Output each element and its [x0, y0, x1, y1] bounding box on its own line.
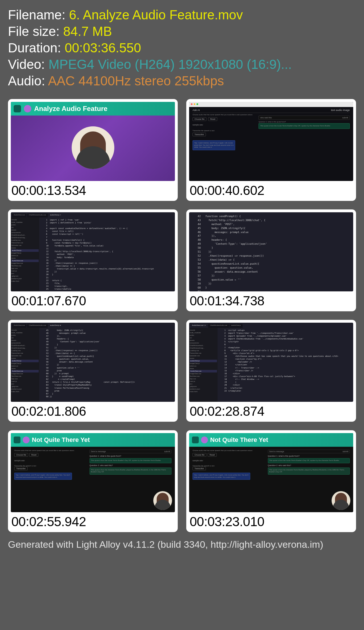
instruction-text: Choose audio that has some speech that y…: [193, 114, 255, 116]
duration-value: 00:03:36.550: [65, 40, 141, 55]
transcribe-button: Transcribe: [193, 133, 206, 136]
timestamp: 00:01:34.738: [189, 291, 353, 308]
thumbnail-card[interactable]: AudioView.vueChatWindowAudio.vueaudioCha…: [8, 320, 178, 422]
thumbnail-grid: Analyze Audio Feature 00:00:13.534 Ask A…: [0, 92, 364, 535]
file-tree: vscodenode_modulespublicsrc assets compo…: [11, 328, 39, 402]
code-editor: 1 import { ref } from 'vue' 2 import { d…: [39, 217, 175, 291]
slide-title: Analyze Audio Feature: [34, 105, 107, 113]
answer-box: This quote is from the movie 'Ferris Bue…: [258, 123, 350, 129]
video-label: Video:: [8, 57, 48, 72]
thumbnail-card[interactable]: AudioView.vue 1 ×ChatWindowAudio.vueaudi…: [186, 320, 356, 422]
transcribe-label: Transcribe the speech to text: [193, 130, 255, 131]
file-name: sample.wav: [193, 124, 255, 126]
audio-value: AAC 44100Hz stereo 255kbps: [48, 73, 224, 88]
thumbnail-image: Not Quite There Yet Choose audio that ha…: [189, 433, 353, 512]
choose-file-button: Choose file: [193, 117, 206, 121]
app-tabs: text audio image: [331, 109, 350, 112]
thumbnail-card[interactable]: Not Quite There Yet Choose audio that ha…: [8, 430, 178, 532]
presenter-pip: [153, 491, 172, 510]
thumbnail-image: AudioView.vueChatWindowAudio.vueaudioCha…: [11, 212, 175, 291]
filename-value: 6. Analyze Audio Feature.mov: [69, 7, 243, 22]
timestamp: 00:00:40.602: [189, 181, 353, 198]
filesize-value: 84.7 MB: [63, 24, 112, 39]
duration-label: Duration:: [8, 40, 65, 55]
file-tree: vscodenode_modulespublicsrc assets compo…: [11, 217, 39, 291]
thumbnail-card[interactable]: AudioView.vueChatWindowAudio.vueaudioCha…: [8, 209, 178, 311]
timestamp: 00:01:07.670: [11, 291, 175, 308]
code-editor: 42 function sendPrompt() { 43 fetch('htt…: [189, 213, 353, 291]
timestamp: 00:02:01.806: [11, 402, 175, 419]
thumbnail-image: AudioView.vue 1 ×ChatWindowAudio.vueaudi…: [189, 323, 353, 402]
question-header: Question 1: what is this quote from?: [258, 121, 350, 123]
chat-input: who said this: [260, 117, 272, 119]
file-metadata: Filename: 6. Analyze Audio Feature.mov F…: [0, 0, 364, 92]
presenter-avatar: [72, 126, 114, 169]
presenter-pip: [332, 491, 350, 510]
thumbnail-image: AudioView.vueChatWindowAudio.vueaudioCha…: [11, 323, 175, 402]
thumbnail-image: Ask AItext audio image Choose audio that…: [189, 102, 353, 181]
slide-title: Not Quite There Yet: [210, 436, 268, 444]
generator-footer: Generated with Light Alloy v4.11.2 (buil…: [0, 535, 364, 554]
timestamp: 00:03:23.010: [189, 512, 353, 529]
app-title: Ask AI: [193, 109, 200, 112]
audio-label: Audio:: [8, 73, 48, 88]
timestamp: 00:02:55.942: [11, 512, 175, 529]
file-tree: vscodenode_modulespublicsrc assets compo…: [189, 328, 218, 402]
filename-label: Filename:: [8, 7, 69, 22]
thumbnail-image: Analyze Audio Feature: [11, 102, 175, 181]
code-editor: 1 <script setup> 2 import Transcriber fr…: [218, 328, 353, 402]
submit-button: submit: [342, 117, 348, 119]
filesize-label: File size:: [8, 24, 63, 39]
timestamp: 00:02:28.874: [189, 402, 353, 419]
slide-title: Not Quite There Yet: [32, 436, 90, 444]
timestamp: 00:00:13.534: [11, 181, 175, 198]
video-value: MPEG4 Video (H264) 1920x1080 (16:9)...: [48, 57, 292, 72]
thumbnail-image: 42 function sendPrompt() { 43 fetch('htt…: [189, 212, 353, 291]
reset-button: Reset: [208, 117, 217, 121]
thumbnail-card[interactable]: Analyze Audio Feature 00:00:13.534: [8, 99, 178, 201]
transcript-box: Yep. I said it before, and I'll say it a…: [193, 140, 235, 150]
thumbnail-card[interactable]: Ask AItext audio image Choose audio that…: [186, 99, 356, 201]
thumbnail-card[interactable]: Not Quite There Yet Choose audio that ha…: [186, 430, 356, 532]
thumbnail-image: Not Quite There Yet Choose audio that ha…: [11, 433, 175, 512]
thumbnail-card[interactable]: 42 function sendPrompt() { 43 fetch('htt…: [186, 209, 356, 311]
code-editor: 45 body: JSON.stringify({ 46 messages: p…: [39, 328, 175, 402]
